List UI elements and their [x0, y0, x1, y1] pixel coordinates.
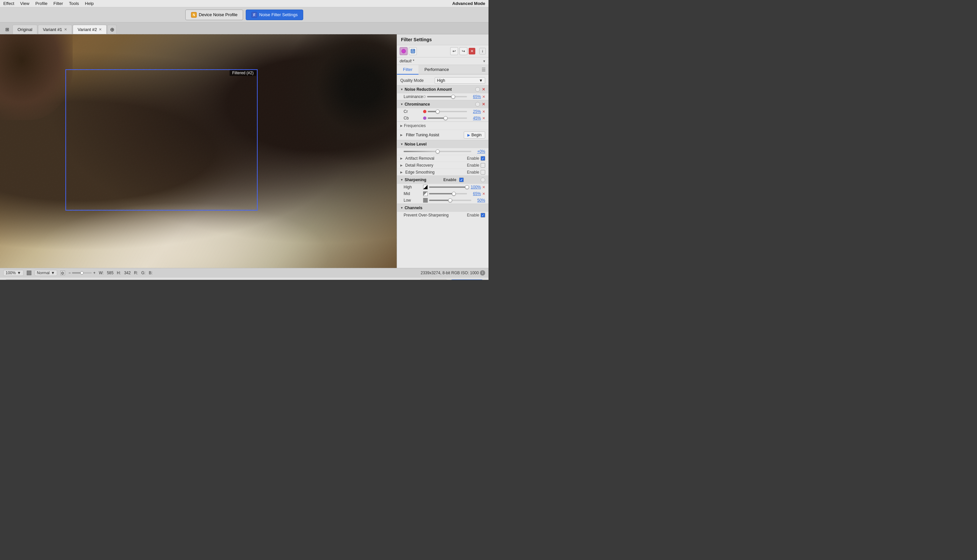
sharpening-circle	[480, 178, 485, 182]
preset-name: default *	[400, 59, 414, 63]
channels-section[interactable]: ▼ Channels	[397, 203, 488, 212]
cb-slider[interactable]	[428, 117, 467, 119]
frequencies-arrow: ▶	[400, 124, 403, 127]
sharpening-mid-reset[interactable]: ✕	[482, 192, 485, 196]
sharpening-high-value[interactable]: 100%	[468, 185, 481, 189]
menu-help[interactable]: Help	[85, 1, 94, 6]
menu-view[interactable]: View	[20, 1, 29, 6]
edge-smoothing-checkbox[interactable]	[480, 170, 485, 175]
prevent-oversharpening-checkbox[interactable]	[480, 213, 485, 217]
quality-mode-label: Quality Mode	[400, 78, 433, 83]
zoom-slider[interactable]	[72, 272, 92, 273]
sharpening-low-value[interactable]: 50%	[473, 198, 485, 203]
noise-level-thumb[interactable]	[436, 150, 440, 153]
color-swatch[interactable]	[27, 271, 32, 275]
chrominance-reset[interactable]: ✕	[482, 102, 485, 107]
noise-level-value[interactable]: +0%	[473, 149, 485, 154]
detail-recovery-checkbox[interactable]	[480, 163, 485, 168]
panel-color-btn[interactable]	[400, 47, 408, 55]
cr-reset[interactable]: ✕	[482, 110, 485, 114]
menu-effect[interactable]: Effect	[3, 1, 14, 6]
h-value: 342	[124, 271, 131, 275]
filter-settings-header: Filter Settings	[397, 34, 488, 45]
panel-undo-btn[interactable]: ↩	[450, 47, 458, 55]
sharpening-checkbox[interactable]	[459, 178, 464, 182]
tab-variant2-close[interactable]: ✕	[99, 28, 102, 32]
panel-info-btn[interactable]: i	[479, 48, 486, 55]
dark-area-right	[281, 34, 396, 166]
zoom-select[interactable]: 100% ▼	[3, 270, 23, 276]
sharpening-mid-slider[interactable]	[429, 193, 467, 194]
iso-value: 1000	[470, 270, 479, 275]
luminance-reset[interactable]: ✕	[482, 95, 485, 99]
filter-tuning-begin-btn[interactable]: ▶ Begin	[464, 131, 485, 138]
sharpening-high-slider[interactable]	[429, 187, 467, 188]
advanced-mode-label: Advanced Mode	[452, 1, 485, 6]
layout-btn[interactable]: ⊞	[3, 25, 12, 34]
panel-tab-filter[interactable]: Filter	[397, 65, 418, 75]
sharpening-high-icon	[423, 185, 428, 189]
zoom-plus[interactable]: +	[93, 271, 95, 275]
luminance-thumb[interactable]	[451, 95, 455, 99]
frequencies-section[interactable]: ▶ Frequencies	[397, 122, 488, 130]
cr-label: Cr	[403, 109, 422, 114]
cancel-btn[interactable]: Cancel	[420, 279, 447, 280]
noise-reduction-section[interactable]: ▼ Noise Reduction Amount ✕	[397, 85, 488, 93]
tab-variant1-close[interactable]: ✕	[64, 28, 67, 32]
tab-variant1[interactable]: Variant #1 ✕	[38, 25, 72, 34]
sharpening-mid-thumb[interactable]	[452, 192, 456, 196]
noise-reduction-circle	[475, 87, 480, 92]
sharpening-low-thumb[interactable]	[448, 198, 452, 202]
cr-thumb[interactable]	[436, 110, 440, 113]
panel-redo-btn[interactable]: ↪	[459, 47, 467, 55]
apply-btn[interactable]: Apply (#2)	[450, 280, 483, 280]
action-setup-btn[interactable]: Action Setup	[5, 279, 41, 280]
artifact-removal-checkbox[interactable]	[480, 156, 485, 161]
sharpening-high-reset[interactable]: ✕	[482, 185, 485, 189]
noise-reduction-reset[interactable]: ✕	[482, 87, 485, 92]
noise-filter-settings-btn[interactable]: F Noise Filter Settings	[246, 10, 303, 20]
sharpening-high-thumb[interactable]	[465, 185, 469, 189]
quality-mode-select[interactable]: High ▼	[435, 77, 485, 84]
zoom-value: 100%	[6, 271, 16, 275]
panel-content[interactable]: Quality Mode High ▼ ▼ Noise Reduction Am…	[397, 75, 488, 268]
tab-variant2[interactable]: Variant #2 ✕	[73, 25, 107, 34]
preset-dropdown[interactable]: ▼	[483, 59, 486, 63]
w-value: 585	[107, 271, 114, 275]
sharpening-low-slider[interactable]	[429, 200, 471, 201]
cr-value[interactable]: 25%	[468, 109, 481, 114]
cb-reset[interactable]: ✕	[482, 116, 485, 120]
menu-profile[interactable]: Profile	[35, 1, 48, 6]
noise-level-toggle: ▼	[400, 143, 403, 146]
panel-save-btn[interactable]	[409, 47, 417, 55]
cb-value[interactable]: 45%	[468, 116, 481, 120]
mode-select[interactable]: Normal ▼	[35, 270, 57, 276]
settings-icon[interactable]: ⚙	[60, 271, 65, 275]
panel-tab-menu[interactable]: ☰	[479, 67, 488, 72]
cr-slider[interactable]	[428, 111, 467, 112]
menu-filter[interactable]: Filter	[54, 1, 63, 6]
sharpening-section[interactable]: ▼ Sharpening Enable	[397, 175, 488, 184]
luminance-slider[interactable]	[427, 96, 467, 97]
detail-recovery-arrow: ▶	[400, 164, 403, 167]
chrominance-section[interactable]: ▼ Chrominance ✕	[397, 100, 488, 108]
zoom-arrow: ▼	[17, 271, 21, 275]
device-noise-profile-btn[interactable]: N Device Noise Profile	[185, 10, 243, 20]
luminance-value[interactable]: 65%	[468, 94, 481, 99]
chrominance-label: Chrominance	[405, 102, 430, 107]
sharpening-mid-value[interactable]: 65%	[468, 192, 481, 196]
artifact-removal-row: ▶ Artifact Removal Enable	[397, 155, 488, 162]
cb-thumb[interactable]	[443, 116, 448, 120]
info-icon[interactable]: i	[480, 270, 485, 275]
tab-bar: ⊞ Original Variant #1 ✕ Variant #2 ✕ ⊕	[0, 22, 488, 34]
noise-level-section[interactable]: ▼ Noise Level	[397, 140, 488, 148]
panel-close-btn[interactable]: ✕	[469, 48, 475, 55]
canvas-area[interactable]: › Filtered (#2)	[0, 34, 396, 268]
tab-add-btn[interactable]: ⊕	[107, 25, 117, 34]
noise-level-slider[interactable]	[403, 151, 471, 152]
chrominance-toggle: ▼	[400, 103, 403, 106]
menu-tools[interactable]: Tools	[69, 1, 79, 6]
zoom-minus[interactable]: −	[69, 271, 71, 275]
tab-original[interactable]: Original	[13, 25, 37, 34]
panel-tab-performance[interactable]: Performance	[418, 65, 455, 75]
